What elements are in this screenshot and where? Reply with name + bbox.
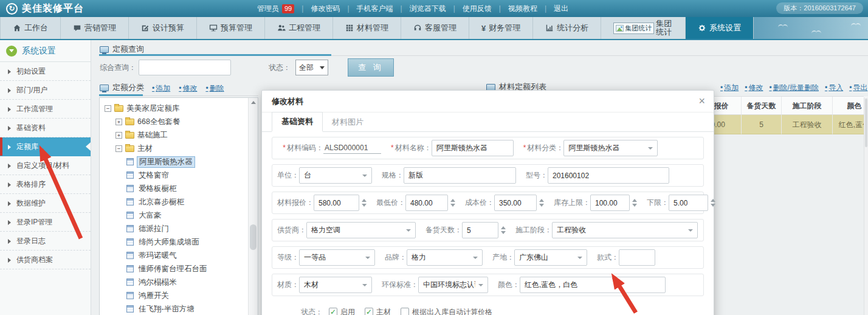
sidebar-item[interactable]: 基础资料 xyxy=(0,119,91,137)
action-link[interactable]: 导出 xyxy=(849,83,867,93)
nav-tab-headset[interactable]: 客服管理 xyxy=(401,17,469,39)
action-link[interactable]: 导入 xyxy=(825,83,843,93)
expand-icon[interactable]: + xyxy=(115,132,122,139)
search-button[interactable]: 查 询 xyxy=(348,58,394,77)
spinner-arrows[interactable] xyxy=(632,199,637,207)
spinner-arrows[interactable] xyxy=(539,199,544,207)
nav-tab-image[interactable]: 集团统计集团统计 xyxy=(601,17,686,39)
text-input[interactable]: 阿里斯顿热水器 xyxy=(432,140,514,156)
tree-folder[interactable]: −美美家居定额库 xyxy=(105,102,255,115)
select-dropdown[interactable]: 阿里斯顿热水器 xyxy=(563,140,658,156)
sidebar-item[interactable]: 初始设置 xyxy=(0,62,91,81)
input-value: 580.00 xyxy=(319,199,341,207)
select-dropdown[interactable]: 台 xyxy=(299,167,372,184)
action-link[interactable]: 修改 xyxy=(745,83,763,93)
nav-tab-gear[interactable]: 系统设置 xyxy=(686,17,754,39)
tree-leaf[interactable]: 鸿尔榻榻米 xyxy=(105,275,255,289)
tree-leaf[interactable]: 懂师傅窗台理石台面 xyxy=(105,262,255,275)
action-link[interactable]: 删除/批量删除 xyxy=(769,83,819,93)
scroll-up-button[interactable] xyxy=(249,98,258,107)
topbar-menu-item[interactable]: 浏览器下载 xyxy=(410,4,446,14)
text-input[interactable]: 201600102 xyxy=(548,167,669,184)
sidebar-item[interactable]: 数据维护 xyxy=(0,194,91,213)
number-input[interactable]: 480.00 xyxy=(405,195,448,211)
nav-tab-users[interactable]: 工程管理 xyxy=(265,17,333,39)
sidebar-item[interactable]: 登录IP管理 xyxy=(0,213,91,232)
sidebar-item[interactable]: 定额库 xyxy=(0,137,91,156)
select-dropdown[interactable]: 一等品 xyxy=(299,249,375,266)
tree-leaf[interactable]: 爱格板橱柜 xyxy=(105,182,255,195)
topbar-menu-item[interactable]: 退出 xyxy=(554,4,568,14)
spinner-arrows[interactable] xyxy=(501,226,506,234)
expand-icon[interactable]: + xyxy=(115,119,122,125)
collapse-icon[interactable]: − xyxy=(115,145,122,152)
tree-folder[interactable]: +基础施工 xyxy=(105,128,255,142)
select-dropdown[interactable]: 格力空调 xyxy=(306,222,416,238)
checkbox-option[interactable]: ✓启用 xyxy=(329,307,355,315)
sidebar-item[interactable]: 部门/用户 xyxy=(0,81,91,100)
text-input[interactable]: 红色,蓝色，白色 xyxy=(520,277,666,293)
tree-leaf[interactable]: 佳飞翔-半亩方塘 xyxy=(105,302,255,315)
checkbox-unchecked-icon[interactable] xyxy=(401,308,409,315)
topbar-menu-item[interactable]: 使用反馈 xyxy=(463,4,492,14)
sidebar-item[interactable]: 登录日志 xyxy=(0,232,91,251)
number-input[interactable]: 100.00 xyxy=(590,195,630,211)
sidebar-item[interactable]: 自定义项目/材料 xyxy=(0,156,91,175)
tree-leaf[interactable]: 大富豪 xyxy=(105,209,255,222)
select-dropdown[interactable]: 中国环境标志认证产品 xyxy=(418,277,488,293)
nav-tab-chart[interactable]: 统计分析 xyxy=(533,17,601,39)
sidebar-item[interactable]: 供货商档案 xyxy=(0,251,91,269)
select-dropdown[interactable]: 木材 xyxy=(299,277,372,293)
action-link[interactable]: 添加 xyxy=(720,83,739,93)
number-input[interactable]: 350.00 xyxy=(494,195,537,211)
topbar-menu-item[interactable]: 手机客户端 xyxy=(357,4,393,14)
text-input[interactable] xyxy=(619,249,655,266)
number-input[interactable]: 580.00 xyxy=(314,195,359,211)
sidebar-item[interactable]: 表格排序 xyxy=(0,175,91,194)
nav-tab-grid[interactable]: 材料管理 xyxy=(333,17,401,39)
tree-scrollbar[interactable] xyxy=(248,98,258,315)
topbar-menu-item[interactable]: 视频教程 xyxy=(508,4,537,14)
spinner-arrows[interactable] xyxy=(711,199,715,207)
select-dropdown[interactable]: 工程验收 xyxy=(552,222,698,238)
tree-folder[interactable]: −主材 xyxy=(105,142,255,155)
nav-tab-home[interactable]: 工作台 xyxy=(0,17,61,39)
checkbox-checked-icon[interactable]: ✓ xyxy=(365,308,373,315)
page-scrollbar[interactable] xyxy=(864,97,868,315)
tree-leaf[interactable]: 阿里斯顿热水器 xyxy=(105,155,255,168)
topbar-menu-item[interactable]: 修改密码 xyxy=(311,4,340,14)
tree-leaf[interactable]: 鸿雁开关 xyxy=(105,289,255,302)
tree-leaf[interactable]: 德派拉门 xyxy=(105,222,255,235)
tree-leaf[interactable]: 缔尚大师集成墙面 xyxy=(105,235,255,249)
spinner-arrows[interactable] xyxy=(450,199,455,207)
sidebar-item[interactable]: 工作流管理 xyxy=(0,100,91,119)
action-link[interactable]: 删除 xyxy=(205,83,224,94)
tree-leaf[interactable]: 北京喜步橱柜 xyxy=(105,195,255,209)
nav-tab-monitor[interactable]: 预算管理 xyxy=(197,17,265,39)
scrollbar-thumb[interactable] xyxy=(250,224,257,250)
topbar-menu-item[interactable]: 管理员99 xyxy=(257,4,294,14)
nav-tab-chat[interactable]: 营销管理 xyxy=(61,17,129,39)
number-input[interactable]: 5 xyxy=(462,222,498,238)
dialog-tab[interactable]: 材料图片 xyxy=(323,113,373,131)
tree-folder[interactable]: +668全包套餐 xyxy=(105,115,255,128)
action-link[interactable]: 修改 xyxy=(179,83,197,94)
dialog-tab[interactable]: 基础资料 xyxy=(272,112,323,132)
close-icon[interactable]: × xyxy=(698,95,705,106)
checkbox-checked-icon[interactable]: ✓ xyxy=(329,308,337,315)
number-input[interactable]: 5.00 xyxy=(669,195,708,211)
tree-leaf[interactable]: 艾格窗帘 xyxy=(105,168,255,182)
checkbox-option[interactable]: ✓主材 xyxy=(365,307,391,315)
search-input[interactable] xyxy=(139,60,231,75)
status-select[interactable]: 全部 xyxy=(295,60,328,75)
nav-tab-edit[interactable]: 设计预算 xyxy=(129,17,197,39)
select-dropdown[interactable]: 格力 xyxy=(407,249,483,266)
collapse-icon[interactable]: − xyxy=(105,105,111,112)
nav-tab-yen[interactable]: ¥财务管理 xyxy=(469,17,533,39)
spinner-arrows[interactable] xyxy=(362,199,367,207)
text-input[interactable]: 新版 xyxy=(404,167,516,184)
tree-leaf[interactable]: 蒂玛诺暖气 xyxy=(105,249,255,262)
checkbox-option[interactable]: 根据出入库自动计算价格 xyxy=(401,307,492,315)
select-dropdown[interactable]: 广东佛山 xyxy=(514,249,587,266)
action-link[interactable]: 添加 xyxy=(152,83,170,94)
